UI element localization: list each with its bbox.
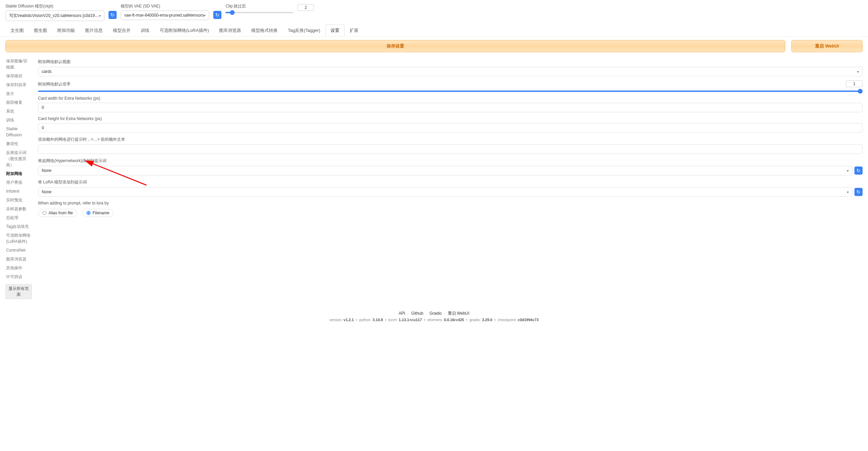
header-controls: Stable Diffusion 模型(ckpt) 写实\realisticVi… xyxy=(0,0,868,22)
ckpt-refresh-button[interactable]: ↻ xyxy=(108,11,117,19)
radio-icon xyxy=(42,211,46,215)
sidebar-item-9[interactable]: 反推提示词（图生图页面） xyxy=(5,149,32,169)
action-buttons: 保存设置 重启 WebUI xyxy=(0,37,868,56)
sidebar-item-5[interactable]: 系统 xyxy=(5,107,32,115)
sidebar-item-2[interactable]: 保存到目录 xyxy=(5,81,32,89)
tab-3[interactable]: 图片信息 xyxy=(80,24,108,36)
vae-value: vae-ft-mse-840000-ema-pruned.safetensors xyxy=(124,13,204,18)
tab-9[interactable]: Tag反推(Tagger) xyxy=(283,24,325,36)
default-view-label: 附加网络默认视图 xyxy=(38,59,863,65)
radio-alias[interactable]: Alias from file xyxy=(38,209,77,217)
sidebar-item-20[interactable]: 其他操作 xyxy=(5,264,32,272)
refer-radio-group: Alias from file Filename xyxy=(38,209,863,217)
lora-label: 将 LoRA 模型添加到提示词 xyxy=(38,179,863,185)
sidebar-item-10[interactable]: 附加网络 xyxy=(5,170,32,178)
refresh-icon: ↻ xyxy=(111,12,115,18)
sidebar-item-15[interactable]: 后处理 xyxy=(5,214,32,222)
sidebar-item-13[interactable]: 实时预览 xyxy=(5,196,32,204)
sidebar-item-8[interactable]: 兼容性 xyxy=(5,140,32,148)
footer-link-github[interactable]: Github xyxy=(411,311,423,316)
settings-content: 保存图像/宫格图保存路径保存到目录放大面部修复系统训练Stable Diffus… xyxy=(0,56,868,306)
extra-text-input[interactable] xyxy=(38,144,863,154)
default-view-value: cards xyxy=(42,69,52,74)
clip-group: Clip 跳过层 xyxy=(225,3,293,13)
refresh-icon: ↻ xyxy=(856,189,861,195)
footer: API · Github · Gradio · 重启 WebUI version… xyxy=(0,306,868,332)
hyper-refresh-button[interactable]: ↻ xyxy=(854,166,863,175)
sidebar-item-0[interactable]: 保存图像/宫格图 xyxy=(5,57,32,71)
ckpt-dropdown[interactable]: 写实\realisticVisionV20_v20.safetensors [c… xyxy=(5,11,104,21)
refresh-icon: ↻ xyxy=(215,12,219,18)
tab-0[interactable]: 文生图 xyxy=(5,24,29,36)
main-tabs: 文生图图生图附加功能图片信息模型合并训练可选附加网络(LoRA插件)图库浏览器模… xyxy=(0,22,868,37)
tab-7[interactable]: 图库浏览器 xyxy=(214,24,246,36)
radio-alias-label: Alias from file xyxy=(48,211,73,215)
card-height-label: Card height for Extra Networks (px) xyxy=(38,116,863,121)
lora-value: None xyxy=(42,190,52,194)
sidebar-item-21[interactable]: 许可协议 xyxy=(5,273,32,281)
multiplier-label: 附加网络默认倍率 xyxy=(38,81,71,87)
chevron-down-icon: ▾ xyxy=(99,14,101,18)
sidebar-item-1[interactable]: 保存路径 xyxy=(5,72,32,80)
refer-label: When adding to prompt, refer to lora by xyxy=(38,201,863,205)
tab-2[interactable]: 附加功能 xyxy=(52,24,80,36)
chevron-down-icon: ▾ xyxy=(204,14,205,17)
chevron-down-icon: ▾ xyxy=(847,169,849,173)
footer-link-restart[interactable]: 重启 WebUI xyxy=(448,311,470,316)
sidebar-item-11[interactable]: 用户界面 xyxy=(5,178,32,187)
radio-icon xyxy=(86,211,91,215)
multiplier-slider[interactable] xyxy=(38,91,863,92)
lora-dropdown[interactable]: None ▾ xyxy=(38,187,852,197)
sidebar-item-12[interactable]: Infotext xyxy=(5,187,32,195)
settings-sidebar: 保存图像/宫格图保存路径保存到目录放大面部修复系统训练Stable Diffus… xyxy=(5,57,32,299)
vae-group: 模型的 VAE (SD VAE) vae-ft-mse-840000-ema-p… xyxy=(121,3,210,20)
sidebar-item-6[interactable]: 训练 xyxy=(5,116,32,124)
tab-8[interactable]: 模型格式转换 xyxy=(246,24,283,36)
sidebar-item-19[interactable]: 图库浏览器 xyxy=(5,255,32,263)
card-width-label: Card width for Extra Networks (px) xyxy=(38,96,863,101)
sidebar-item-17[interactable]: 可选附加网络(LoRA插件) xyxy=(5,231,32,246)
vae-label: 模型的 VAE (SD VAE) xyxy=(121,3,210,9)
ckpt-label: Stable Diffusion 模型(ckpt) xyxy=(5,3,104,9)
card-height-input[interactable] xyxy=(38,123,863,133)
tab-5[interactable]: 训练 xyxy=(136,24,155,36)
tab-6[interactable]: 可选附加网络(LoRA插件) xyxy=(155,24,214,36)
hyper-dropdown[interactable]: None ▾ xyxy=(38,166,852,175)
sidebar-item-18[interactable]: ControlNet xyxy=(5,246,32,254)
lora-refresh-button[interactable]: ↻ xyxy=(854,188,863,196)
tab-4[interactable]: 模型合并 xyxy=(108,24,136,36)
clip-slider-group xyxy=(225,12,293,13)
footer-links: API · Github · Gradio · 重启 WebUI xyxy=(0,311,868,316)
slider-thumb[interactable] xyxy=(858,89,863,94)
refresh-icon: ↻ xyxy=(856,168,861,173)
clip-label: Clip 跳过层 xyxy=(225,3,293,9)
show-all-pages-button[interactable]: 显示所有页面 xyxy=(5,284,32,299)
tab-10[interactable]: 设置 xyxy=(326,24,344,36)
default-view-dropdown[interactable]: cards ▾ xyxy=(38,67,863,76)
sidebar-item-14[interactable]: 采样器参数 xyxy=(5,205,32,213)
save-settings-button[interactable]: 保存设置 xyxy=(5,40,785,52)
clip-value-box[interactable]: 2 xyxy=(297,4,314,11)
extra-text-label: 添加额外的网络进行提示时，<…> 前的额外文本 xyxy=(38,137,863,142)
tab-11[interactable]: 扩展 xyxy=(344,24,363,36)
card-width-input[interactable] xyxy=(38,103,863,112)
vae-refresh-button[interactable]: ↻ xyxy=(213,11,221,19)
slider-thumb[interactable] xyxy=(230,10,235,15)
footer-meta: version: v1.2.1 • python: 3.10.8 • torch… xyxy=(0,318,868,322)
footer-link-api[interactable]: API xyxy=(399,311,405,316)
ckpt-value: 写实\realisticVisionV20_v20.safetensors [c… xyxy=(9,13,99,19)
chevron-down-icon: ▾ xyxy=(857,70,859,74)
multiplier-value-box[interactable]: 1 xyxy=(846,80,863,87)
sidebar-item-16[interactable]: Tag自动填充 xyxy=(5,222,32,231)
tab-1[interactable]: 图生图 xyxy=(29,24,52,36)
footer-link-gradio[interactable]: Gradio xyxy=(429,311,441,316)
sidebar-item-7[interactable]: Stable Diffusion xyxy=(5,125,32,139)
clip-slider[interactable] xyxy=(225,12,293,13)
vae-dropdown[interactable]: vae-ft-mse-840000-ema-pruned.safetensors… xyxy=(121,11,210,20)
radio-filename-label: Filename xyxy=(93,211,109,215)
sidebar-item-4[interactable]: 面部修复 xyxy=(5,98,32,106)
hyper-value: None xyxy=(42,168,52,173)
radio-filename[interactable]: Filename xyxy=(82,209,114,217)
restart-button[interactable]: 重启 WebUI xyxy=(791,40,863,52)
sidebar-item-3[interactable]: 放大 xyxy=(5,90,32,98)
